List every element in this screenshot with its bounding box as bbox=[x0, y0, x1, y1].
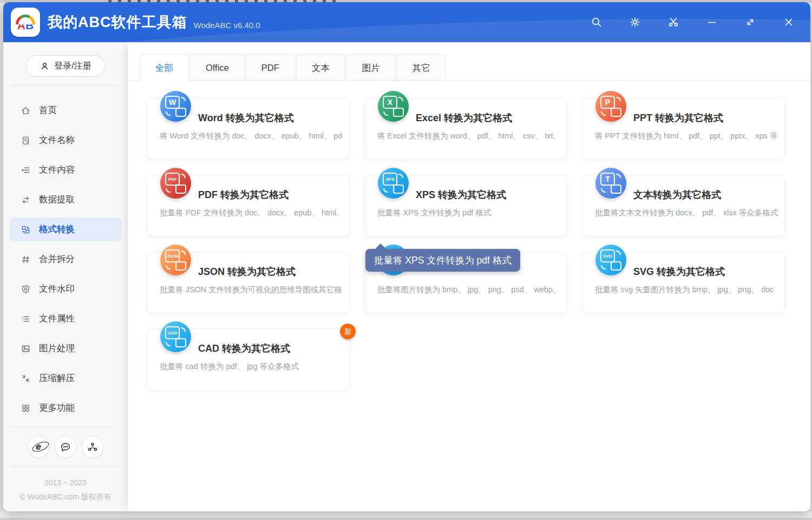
footer-divider-bottom bbox=[11, 466, 120, 467]
tab-text[interactable]: 文本 bbox=[296, 54, 345, 80]
logo-arc-icon bbox=[16, 15, 35, 24]
tab-image[interactable]: 图片 bbox=[346, 54, 396, 80]
sidebar-item-format-convert[interactable]: 格式转换 bbox=[10, 218, 121, 241]
screenshot-button[interactable] bbox=[667, 16, 680, 29]
minimize-icon bbox=[706, 16, 718, 28]
card-pdf-convert[interactable]: PDF PDF 转换为其它格式 批量将 PDF 文件转换为 doc、 docx、… bbox=[147, 175, 350, 236]
hash-icon bbox=[21, 254, 31, 265]
card-description: 批量将 XPS 文件转换为 pdf 格式 bbox=[377, 208, 562, 218]
card-json-convert[interactable]: JSON JSON 转换为其它格式 批量将 JSON 文件转换为可视化的思维导图… bbox=[147, 252, 350, 313]
card-text-convert[interactable]: T 文本转换为其它格式 批量将文本文件转换为 docx、 pdf、 xlsx 等… bbox=[582, 175, 785, 236]
app-window: A B 我的ABC软件工具箱 WodeABC v6.40.0 bbox=[3, 2, 810, 511]
sidebar-item-image-process[interactable]: 图片处理 bbox=[10, 337, 121, 360]
sidebar-footer: e 2013 ~ 2023 © WodeABC.com 版权所有 bbox=[3, 427, 128, 511]
grid-icon bbox=[21, 403, 31, 413]
card-title: Word 转换为其它格式 bbox=[198, 111, 294, 124]
card-description: 将 Excel 文件转换为 word、 pdf、 html、 csv、 txt、… bbox=[377, 131, 562, 141]
search-icon bbox=[591, 16, 603, 28]
card-title: SVG 转换为其它格式 bbox=[633, 265, 725, 278]
sidebar-item-file-content[interactable]: 文件内容 bbox=[10, 158, 121, 182]
footer-buttons: e bbox=[3, 436, 128, 458]
card-excel-convert[interactable]: X Excel 转换为其它格式 将 Excel 文件转换为 word、 pdf、… bbox=[364, 98, 567, 160]
sidebar-item-label: 合并拆分 bbox=[39, 253, 75, 265]
list-icon bbox=[21, 314, 31, 324]
login-register-label: 登录/注册 bbox=[54, 61, 91, 72]
tab-pdf[interactable]: PDF bbox=[246, 54, 295, 80]
file-name-icon bbox=[21, 135, 31, 146]
maximize-button[interactable] bbox=[744, 16, 757, 29]
sidebar-item-label: 首页 bbox=[39, 104, 57, 116]
close-button[interactable] bbox=[782, 16, 795, 29]
card-title: PDF 转换为其它格式 bbox=[198, 188, 289, 201]
feedback-button[interactable] bbox=[55, 436, 76, 458]
card-cad-convert[interactable]: CAD CAD 转换为其它格式 批量将 cad 转换为 pdf、 jpg 等众多… bbox=[147, 328, 350, 390]
card-description: 批量将 JSON 文件转换为可视化的思维导图或其它格 bbox=[160, 285, 345, 295]
sidebar-item-label: 更多功能 bbox=[39, 402, 75, 414]
ppt-convert-icon: P bbox=[595, 91, 626, 122]
sidebar-item-label: 文件名称 bbox=[39, 134, 75, 146]
sidebar-item-file-props[interactable]: 文件属性 bbox=[10, 307, 121, 331]
chat-bubble-icon bbox=[60, 441, 71, 453]
close-icon bbox=[783, 16, 795, 28]
card-ppt-convert[interactable]: P PPT 转换为其它格式 将 PPT 文件转换为 html、 pdf、 ppt… bbox=[582, 98, 785, 160]
search-button[interactable] bbox=[590, 16, 603, 29]
sidebar-item-file-name[interactable]: 文件名称 bbox=[10, 128, 121, 152]
card-word-convert[interactable]: W Word 转换为其它格式 将 Word 文件转换为 doc、 docx、 e… bbox=[147, 98, 350, 160]
sidebar-item-merge-split[interactable]: 合并拆分 bbox=[10, 247, 121, 271]
card-description: 将 Word 文件转换为 doc、 docx、 epub、 html、 pd bbox=[160, 131, 345, 141]
titlebar-buttons bbox=[590, 16, 795, 29]
desktop-strip bbox=[0, 511, 812, 520]
resize-icon bbox=[744, 16, 756, 28]
sidebar-item-label: 文件水印 bbox=[39, 283, 75, 295]
copyright-years: 2013 ~ 2023 bbox=[3, 476, 128, 490]
card-description: 批量将文本文件转换为 docx、 pdf、 xlsx 等众多格式 bbox=[595, 208, 780, 218]
home-icon bbox=[21, 106, 31, 116]
login-register-button[interactable]: 登录/注册 bbox=[26, 55, 105, 77]
title-bar: A B 我的ABC软件工具箱 WodeABC v6.40.0 bbox=[3, 2, 810, 42]
app-version: WodeABC v6.40.0 bbox=[194, 21, 260, 30]
sidebar-item-home[interactable]: 首页 bbox=[10, 98, 121, 122]
text-convert-icon: T bbox=[595, 168, 626, 199]
card-title: CAD 转换为其它格式 bbox=[198, 342, 290, 355]
settings-button[interactable] bbox=[628, 16, 641, 29]
share-button[interactable] bbox=[82, 436, 103, 458]
icon-letter: X bbox=[383, 96, 397, 109]
tab-all[interactable]: 全部 bbox=[140, 54, 189, 81]
compress-icon bbox=[21, 373, 31, 384]
json-convert-icon: JSON bbox=[160, 245, 191, 275]
minimize-button[interactable] bbox=[705, 16, 718, 29]
sidebar-item-watermark[interactable]: 文件水印 bbox=[10, 277, 121, 301]
copyright-text: © WodeABC.com 版权所有 bbox=[3, 490, 128, 504]
sidebar-item-label: 图片处理 bbox=[39, 343, 75, 354]
image-icon bbox=[21, 344, 31, 354]
ie-browser-button[interactable]: e bbox=[28, 436, 49, 458]
card-description: 批量将 PDF 文件转换为 doc、 docx、 epub、 html、 bbox=[160, 208, 345, 218]
file-content-icon bbox=[21, 165, 31, 175]
exchange-arrows-icon bbox=[21, 195, 31, 205]
app-logo: A B bbox=[11, 8, 40, 37]
svg-convert-icon: SVG bbox=[595, 245, 626, 275]
card-xps-convert[interactable]: XPS XPS 转换为其它格式 批量将 XPS 文件转换为 pdf 格式 bbox=[364, 175, 567, 236]
icon-letter: SVG bbox=[600, 249, 615, 262]
gear-icon bbox=[629, 16, 641, 28]
sidebar-item-data-extract[interactable]: 数据提取 bbox=[10, 188, 121, 212]
icon-letter: W bbox=[165, 96, 180, 109]
card-title: XPS 转换为其它格式 bbox=[416, 188, 506, 201]
card-svg-convert[interactable]: SVG SVG 转换为其它格式 批量将 svg 矢量图片转换为 bmp、 jpg… bbox=[582, 252, 785, 313]
card-description: 批量将 cad 转换为 pdf、 jpg 等众多格式 bbox=[160, 361, 345, 372]
new-badge: 新 bbox=[340, 324, 356, 339]
sidebar-item-label: 文件内容 bbox=[39, 164, 75, 176]
scissors-icon bbox=[667, 16, 679, 28]
tab-office[interactable]: Office bbox=[190, 54, 245, 80]
app-title: 我的ABC软件工具箱 bbox=[48, 12, 187, 32]
sidebar-item-more-features[interactable]: 更多功能 bbox=[10, 396, 121, 420]
card-description: 批量将图片转换为 bmp、 jpg、 png、 psd、 webp、 bbox=[377, 285, 562, 295]
app-body: 登录/注册 首页 文件名称 文件内容 数据提取 bbox=[3, 42, 810, 511]
sidebar-item-compress[interactable]: 压缩解压 bbox=[10, 366, 121, 390]
footer-divider-top bbox=[11, 427, 120, 427]
icon-letter: T bbox=[600, 173, 615, 186]
xps-convert-icon: XPS bbox=[378, 168, 409, 199]
card-description: 将 PPT 文件转换为 html、 pdf、 ppt、 pptx、 xps 等 bbox=[595, 131, 780, 141]
tab-other[interactable]: 其它 bbox=[397, 54, 446, 80]
sidebar-item-label: 数据提取 bbox=[39, 194, 75, 206]
